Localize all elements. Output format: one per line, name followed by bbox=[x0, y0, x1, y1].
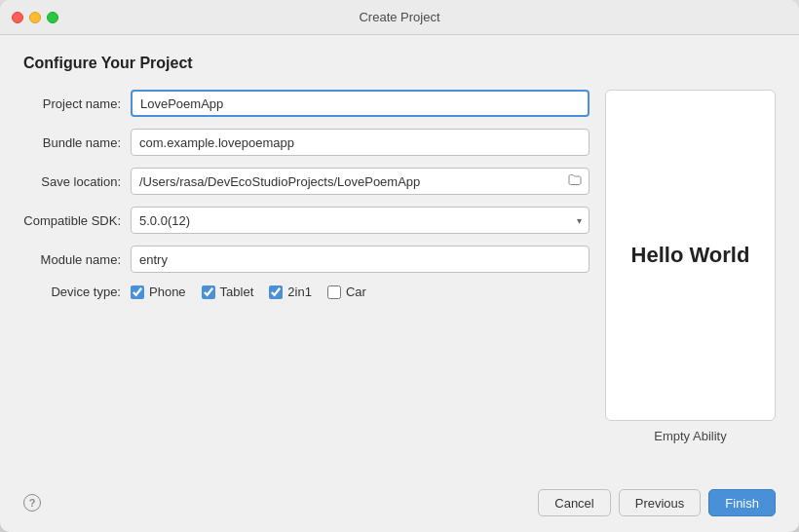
device-type-checkbox-group: Phone Tablet 2in1 Car bbox=[131, 285, 366, 299]
preview-section: Hello World Empty Ability bbox=[605, 90, 776, 477]
project-name-input[interactable] bbox=[131, 90, 590, 117]
tablet-checkbox[interactable] bbox=[202, 285, 215, 299]
project-name-row: Project name: bbox=[23, 90, 590, 117]
bundle-name-input[interactable] bbox=[131, 129, 590, 156]
minimize-button[interactable] bbox=[29, 12, 41, 23]
car-label: Car bbox=[346, 285, 366, 299]
device-type-row: Device type: Phone Tablet 2in1 bbox=[23, 285, 590, 299]
traffic-lights bbox=[12, 12, 58, 23]
maximize-button[interactable] bbox=[47, 12, 58, 23]
main-area: Project name: Bundle name: Save location… bbox=[23, 90, 776, 477]
finish-button[interactable]: Finish bbox=[708, 489, 776, 516]
twoin1-label: 2in1 bbox=[287, 285, 312, 299]
phone-checkbox[interactable] bbox=[131, 285, 144, 299]
footer: ? Cancel Previous Finish bbox=[0, 477, 799, 532]
compatible-sdk-label: Compatible SDK: bbox=[23, 213, 131, 228]
close-button[interactable] bbox=[12, 12, 23, 23]
save-location-label: Save location: bbox=[23, 174, 131, 189]
tablet-label: Tablet bbox=[220, 285, 254, 299]
save-location-input[interactable] bbox=[131, 168, 590, 195]
phone-checkbox-item[interactable]: Phone bbox=[131, 285, 186, 299]
phone-label: Phone bbox=[149, 285, 186, 299]
project-name-label: Project name: bbox=[23, 96, 131, 111]
sdk-wrapper: 5.0.0(12) ▾ bbox=[131, 207, 590, 234]
page-title: Configure Your Project bbox=[23, 55, 776, 72]
module-name-label: Module name: bbox=[23, 252, 131, 267]
save-location-wrapper bbox=[131, 168, 590, 195]
preview-hello-world: Hello World bbox=[631, 243, 750, 268]
bundle-name-label: Bundle name: bbox=[23, 135, 131, 150]
twoin1-checkbox-item[interactable]: 2in1 bbox=[269, 285, 312, 299]
main-content: Configure Your Project Project name: Bun… bbox=[0, 35, 799, 477]
compatible-sdk-row: Compatible SDK: 5.0.0(12) ▾ bbox=[23, 207, 590, 234]
help-icon[interactable]: ? bbox=[23, 494, 41, 512]
save-location-row: Save location: bbox=[23, 168, 590, 195]
footer-buttons: Cancel Previous Finish bbox=[538, 489, 776, 516]
car-checkbox-item[interactable]: Car bbox=[327, 285, 366, 299]
previous-button[interactable]: Previous bbox=[619, 489, 702, 516]
tablet-checkbox-item[interactable]: Tablet bbox=[202, 285, 254, 299]
device-type-label: Device type: bbox=[23, 285, 131, 299]
window-title: Create Project bbox=[359, 10, 439, 24]
car-checkbox[interactable] bbox=[327, 285, 341, 299]
footer-left: ? bbox=[23, 494, 41, 512]
module-name-input[interactable] bbox=[131, 246, 590, 273]
module-name-row: Module name: bbox=[23, 246, 590, 273]
preview-card: Hello World bbox=[605, 90, 776, 421]
cancel-button[interactable]: Cancel bbox=[538, 489, 610, 516]
twoin1-checkbox[interactable] bbox=[269, 285, 283, 299]
help-icon-text: ? bbox=[29, 497, 36, 509]
create-project-window: Create Project Configure Your Project Pr… bbox=[0, 0, 799, 532]
form-section: Project name: Bundle name: Save location… bbox=[23, 90, 590, 477]
preview-template-label: Empty Ability bbox=[654, 429, 726, 443]
title-bar: Create Project bbox=[0, 0, 799, 35]
bundle-name-row: Bundle name: bbox=[23, 129, 590, 156]
compatible-sdk-select[interactable]: 5.0.0(12) bbox=[131, 207, 590, 234]
